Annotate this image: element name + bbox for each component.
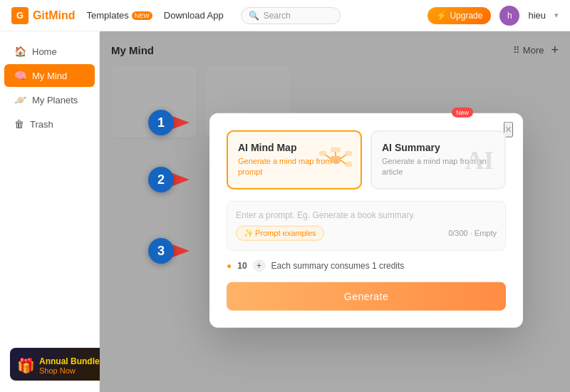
sidebar-item-mymind[interactable]: 🧠 My Mind (4, 64, 95, 87)
step2-indicator: 2 (148, 167, 174, 192)
banner-subtitle: Shop Now (39, 366, 100, 375)
summary-illustration: AI (462, 142, 497, 177)
credits-number: 10 (237, 260, 247, 270)
sidebar: 🏠 Home 🧠 My Mind 🪐 My Planets 🗑 Trash × … (0, 31, 100, 392)
sidebar-item-label: Home (32, 46, 57, 57)
myplanets-icon: 🪐 (14, 94, 26, 105)
app-name: GitMind (33, 9, 76, 22)
logo[interactable]: G GitMind (11, 7, 76, 24)
annual-bundle-banner[interactable]: × 🎁 Annual Bundle Shop Now (10, 348, 110, 381)
credits-increase-button[interactable]: + (253, 259, 266, 272)
mymind-icon: 🧠 (14, 70, 26, 81)
svg-text:AI: AI (465, 146, 494, 175)
step3-container: 3 (148, 244, 191, 258)
mindmap-illustration (318, 142, 353, 177)
ai-card-mindmap[interactable]: AI Mind Map Generate a mind map from a p… (227, 130, 362, 190)
content-area: My Mind ⠿ More + 1 2 (100, 31, 570, 392)
prompt-examples-tag[interactable]: ✨ Prompt examples (236, 225, 324, 240)
topnav: G GitMind Templates NEW Download App 🔍 S… (0, 0, 570, 31)
sidebar-item-home[interactable]: 🏠 Home (4, 40, 95, 63)
prompt-tags-row: ✨ Prompt examples 0/300 · Empty (236, 225, 497, 240)
upgrade-button[interactable]: ⚡ Upgrade (428, 7, 491, 24)
radio-icon: ● (227, 260, 232, 270)
prompt-tag-label: Prompt examples (255, 229, 316, 237)
user-chevron-icon: ▾ (554, 11, 559, 20)
user-name: hieu (528, 10, 546, 21)
upgrade-label: Upgrade (450, 11, 482, 21)
step1-container: 1 (148, 115, 191, 130)
topnav-right: ⚡ Upgrade h hieu ▾ (428, 6, 559, 26)
svg-rect-9 (345, 162, 352, 167)
generate-button[interactable]: Generate (227, 282, 506, 310)
svg-rect-3 (331, 156, 341, 163)
step2-container: 2 (148, 172, 191, 187)
logo-icon: G (11, 7, 28, 24)
home-icon: 🏠 (14, 46, 26, 57)
svg-rect-5 (331, 148, 341, 153)
search-bar[interactable]: 🔍 Search (241, 7, 341, 24)
ai-type-row: AI Mind Map Generate a mind map from a p… (227, 130, 506, 190)
search-icon: 🔍 (249, 11, 259, 21)
step3-indicator: 3 (148, 238, 174, 264)
upgrade-icon: ⚡ (436, 11, 447, 21)
sidebar-item-myplanets[interactable]: 🪐 My Planets (4, 88, 95, 111)
sidebar-item-trash[interactable]: 🗑 Trash (4, 113, 95, 135)
trash-icon: 🗑 (14, 118, 24, 130)
sidebar-item-label: Trash (30, 119, 53, 130)
templates-label: Templates (87, 10, 129, 21)
prompt-placeholder: Enter a prompt. Eg. Generate a book summ… (236, 210, 497, 220)
sidebar-item-label: My Mind (32, 71, 67, 81)
ai-modal: New × AI Mind Map Generate a mind map fr… (209, 113, 523, 328)
prompt-input-area[interactable]: Enter a prompt. Eg. Generate a book summ… (227, 200, 506, 250)
main-layout: 🏠 Home 🧠 My Mind 🪐 My Planets 🗑 Trash × … (0, 31, 570, 392)
sidebar-item-label: My Planets (32, 95, 78, 105)
search-placeholder: Search (264, 11, 291, 21)
modal-new-badge: New (452, 108, 473, 118)
templates-badge: NEW (132, 11, 152, 20)
templates-nav[interactable]: Templates NEW (87, 10, 152, 21)
avatar-initial: h (507, 11, 512, 21)
download-nav[interactable]: Download App (164, 10, 224, 21)
download-label: Download App (164, 10, 224, 21)
credits-desc: Each summary consumes 1 credits (271, 260, 405, 270)
banner-title: Annual Bundle (39, 356, 100, 366)
ai-card-summary[interactable]: AI Summary Generate a mind map from an a… (370, 130, 506, 190)
avatar[interactable]: h (499, 6, 519, 26)
sparkle-icon: ✨ (244, 228, 254, 237)
svg-rect-7 (345, 151, 352, 156)
svg-rect-11 (319, 151, 326, 156)
prompt-count: 0/300 · Empty (448, 229, 497, 237)
step1-indicator: 1 (148, 110, 174, 135)
credits-row: ● 10 + Each summary consumes 1 credits (227, 259, 506, 272)
